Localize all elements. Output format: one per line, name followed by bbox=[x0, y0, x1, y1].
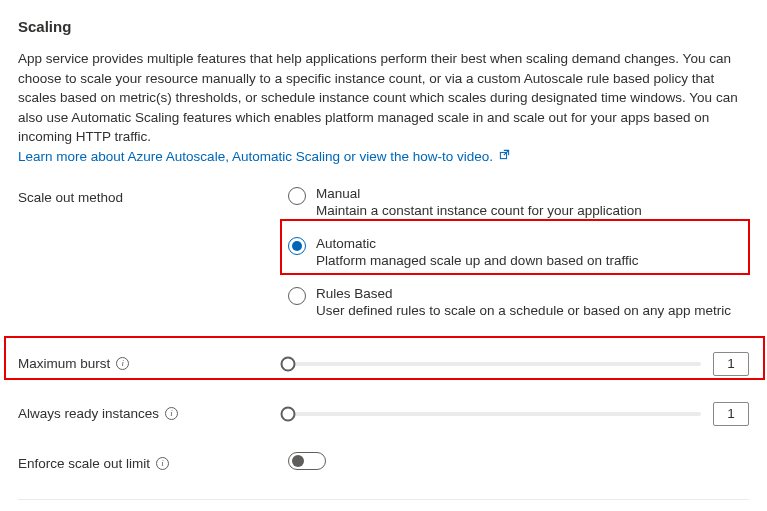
radio-rules-based[interactable]: Rules Based User defined rules to scale … bbox=[288, 286, 749, 318]
external-link-icon bbox=[499, 149, 510, 162]
radio-rules-sub: User defined rules to scale on a schedul… bbox=[316, 303, 731, 318]
page-title: Scaling bbox=[18, 18, 749, 35]
max-burst-input[interactable] bbox=[713, 352, 749, 376]
slider-thumb[interactable] bbox=[281, 356, 296, 371]
radio-automatic-sub: Platform managed scale up and down based… bbox=[316, 253, 638, 268]
scale-out-method-label: Scale out method bbox=[18, 190, 123, 205]
enforce-limit-label: Enforce scale out limit bbox=[18, 456, 150, 471]
scale-out-radio-group: Manual Maintain a constant instance coun… bbox=[288, 186, 749, 318]
always-ready-input[interactable] bbox=[713, 402, 749, 426]
always-ready-slider[interactable] bbox=[288, 412, 701, 416]
info-icon[interactable]: i bbox=[165, 407, 178, 420]
radio-icon bbox=[288, 187, 306, 205]
scaling-description: App service provides multiple features t… bbox=[18, 49, 749, 147]
learn-more-link[interactable]: Learn more about Azure Autoscale, Automa… bbox=[18, 149, 510, 164]
radio-icon bbox=[288, 237, 306, 255]
radio-automatic-title: Automatic bbox=[316, 236, 638, 251]
radio-icon bbox=[288, 287, 306, 305]
radio-rules-title: Rules Based bbox=[316, 286, 731, 301]
info-icon[interactable]: i bbox=[156, 457, 169, 470]
max-burst-slider[interactable] bbox=[288, 362, 701, 366]
radio-automatic[interactable]: Automatic Platform managed scale up and … bbox=[288, 236, 749, 268]
learn-more-label: Learn more about Azure Autoscale, Automa… bbox=[18, 149, 493, 164]
radio-manual-title: Manual bbox=[316, 186, 642, 201]
radio-manual-sub: Maintain a constant instance count for y… bbox=[316, 203, 642, 218]
enforce-limit-toggle[interactable] bbox=[288, 452, 326, 470]
max-burst-label: Maximum burst bbox=[18, 356, 110, 371]
toggle-knob bbox=[292, 455, 304, 467]
slider-thumb[interactable] bbox=[281, 406, 296, 421]
info-icon[interactable]: i bbox=[116, 357, 129, 370]
radio-manual[interactable]: Manual Maintain a constant instance coun… bbox=[288, 186, 749, 218]
always-ready-label: Always ready instances bbox=[18, 406, 159, 421]
